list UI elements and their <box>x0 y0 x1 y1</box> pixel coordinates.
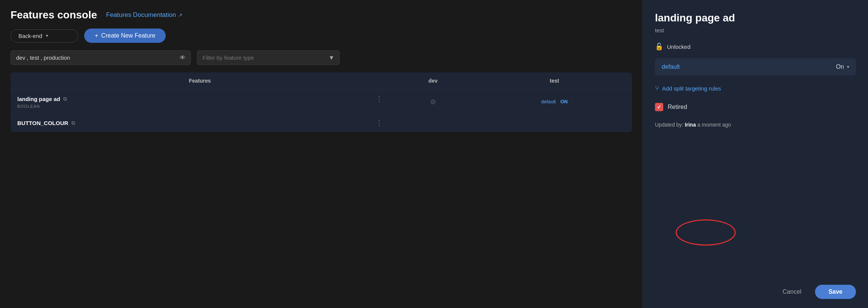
backend-dropdown[interactable]: Back-end ▾ <box>11 29 78 42</box>
more-options-icon[interactable]: ⋮ <box>376 95 383 103</box>
rp-footer: Cancel Save <box>655 285 856 299</box>
eye-icon: 👁 <box>180 54 186 61</box>
updated-by-name: Irina <box>685 122 696 128</box>
test-on-label: ON <box>560 99 568 104</box>
feature-name: BUTTON_COLOUR <box>17 120 68 126</box>
dev-cell: ⊘ <box>389 89 477 114</box>
chevron-down-icon: ▾ <box>847 64 849 69</box>
red-circle-annotation <box>676 219 736 246</box>
rp-default-label: default <box>662 63 680 70</box>
disabled-icon: ⊘ <box>430 98 436 106</box>
create-btn-label: Create New Feature <box>101 32 155 39</box>
copy-icon[interactable]: ⧉ <box>63 96 67 102</box>
updated-by-prefix: Updated by: <box>655 122 684 128</box>
feature-type-filter-input[interactable] <box>197 50 340 65</box>
more-options-icon[interactable]: ⋮ <box>376 119 383 127</box>
env-filter-input[interactable] <box>11 50 191 65</box>
left-panel: Features console Features Documentation … <box>0 0 643 308</box>
rp-subtitle: test <box>655 27 856 33</box>
feature-cell: BUTTON_COLOUR ⧉ ⋮ <box>11 114 389 132</box>
cancel-button[interactable]: Cancel <box>775 285 809 299</box>
feature-type-filter-wrap: ▼ <box>197 50 340 65</box>
env-filter-wrap: 👁 <box>11 50 191 65</box>
unlock-icon: 🔓 <box>655 42 663 51</box>
features-table: Features dev test landing page ad ⧉ ⋮ BO… <box>11 72 632 132</box>
external-link-icon: ↗ <box>178 12 183 18</box>
table-header-row: Features dev test <box>11 72 632 89</box>
checkmark-icon: ✓ <box>657 104 661 110</box>
rp-updated-row: Updated by: Irina a moment ago <box>655 122 856 128</box>
controls-row: Back-end ▾ + Create New Feature <box>11 29 632 43</box>
rp-split-label: Add split targeting rules <box>662 85 721 92</box>
feature-name-row: BUTTON_COLOUR ⧉ ⋮ <box>17 119 383 127</box>
dev-cell <box>389 114 477 132</box>
test-default-label: default <box>541 99 556 104</box>
table-row: landing page ad ⧉ ⋮ BOOLEAN ⊘ default ON <box>11 89 632 114</box>
feature-type: BOOLEAN <box>17 104 383 109</box>
features-documentation-link[interactable]: Features Documentation ↗ <box>106 11 183 19</box>
feature-name-row: landing page ad ⧉ ⋮ <box>17 95 383 103</box>
doc-link-text: Features Documentation <box>106 11 176 19</box>
save-button[interactable]: Save <box>815 285 856 299</box>
rp-lock-label: Unlocked <box>667 44 691 50</box>
env-cell: default ON <box>484 99 625 104</box>
test-cell: default ON <box>477 89 632 114</box>
split-icon: ⑂ <box>655 85 659 92</box>
rp-retired-label: Retired <box>668 104 687 110</box>
feature-cell: landing page ad ⧉ ⋮ BOOLEAN <box>11 89 389 114</box>
feature-name: landing page ad <box>17 96 60 102</box>
create-feature-button[interactable]: + Create New Feature <box>84 29 166 43</box>
page-title: Features console <box>11 9 97 21</box>
copy-icon[interactable]: ⧉ <box>71 120 75 126</box>
rp-retired-row: ✓ Retired <box>655 103 856 111</box>
col-test: test <box>477 72 632 89</box>
rp-default-row[interactable]: default On ▾ <box>655 58 856 75</box>
table-row: BUTTON_COLOUR ⧉ ⋮ <box>11 114 632 132</box>
col-dev: dev <box>389 72 477 89</box>
test-cell <box>477 114 632 132</box>
rp-title: landing page ad <box>655 12 856 24</box>
retired-checkbox[interactable]: ✓ <box>655 103 663 111</box>
filter-row: 👁 ▼ <box>11 50 632 65</box>
rp-on-row: On ▾ <box>836 63 849 70</box>
dropdown-label: Back-end <box>18 33 42 39</box>
right-panel: landing page ad test 🔓 Unlocked default … <box>643 0 868 308</box>
col-features: Features <box>11 72 389 89</box>
updated-time: a moment ago <box>697 122 731 128</box>
header-row: Features console Features Documentation … <box>11 9 632 21</box>
chevron-down-icon: ▾ <box>46 33 48 38</box>
plus-icon: + <box>95 32 98 39</box>
rp-on-label: On <box>836 63 844 70</box>
rp-lock-row: 🔓 Unlocked <box>655 42 856 51</box>
rp-split-row[interactable]: ⑂ Add split targeting rules <box>655 85 856 92</box>
